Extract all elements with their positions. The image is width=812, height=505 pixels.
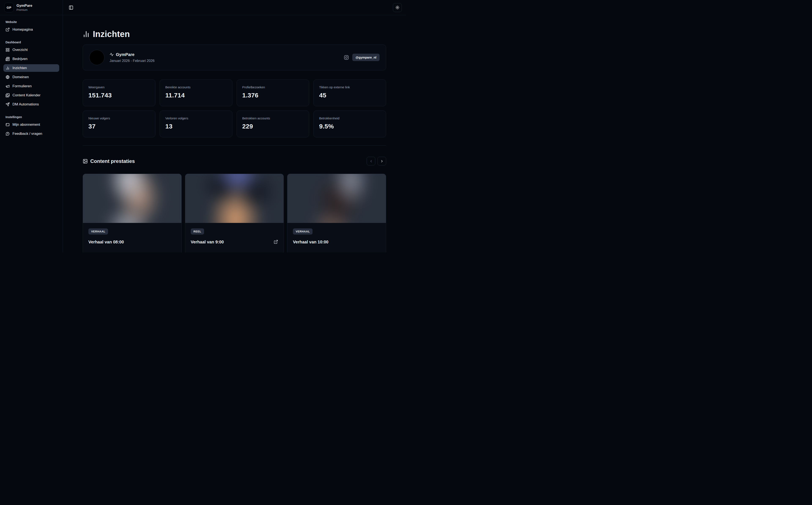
stat-value: 11.714: [165, 92, 227, 99]
brand-header: GP GymPare Premium: [0, 0, 62, 15]
topbar: [63, 0, 406, 15]
content-prestaties-header: Content prestaties: [83, 154, 386, 168]
app-window: GP GymPare Premium Website Homepagina Da…: [0, 0, 406, 252]
content-type-badge: VERHAAL: [293, 228, 312, 234]
sidebar-item-label: Homepagina: [12, 27, 33, 32]
sidebar-item-dm-automations[interactable]: DM Automations: [3, 101, 59, 108]
stats-grid: Weergaven 151.743 Bereikte accounts 11.7…: [83, 79, 386, 137]
stat-value: 1.376: [242, 92, 304, 99]
section-divider: [83, 145, 386, 146]
content-card-image: [287, 174, 386, 223]
wallet-icon: [5, 123, 10, 127]
stat-label: Weergaven: [89, 86, 150, 89]
stat-value: 13: [165, 123, 227, 130]
stat-card-bereikte-accounts: Bereikte accounts 11.714: [160, 79, 232, 106]
nav-section-dashboard: Dashboard Overzicht Bedrijven Inzichten …: [3, 40, 59, 108]
content-type-badge: VERHAAL: [89, 228, 108, 234]
sidebar-item-label: Bedrijven: [12, 57, 27, 61]
instagram-handle-badge[interactable]: @gympare_nl: [352, 54, 380, 61]
theme-toggle-button[interactable]: [393, 3, 402, 12]
sidebar-item-feedback-vragen[interactable]: Feedback / vragen: [3, 130, 59, 138]
stat-card-betrokkenheid: Betrokkenheid 9.5%: [313, 111, 386, 137]
carousel-next-button[interactable]: [378, 157, 386, 165]
content-cards: VERHAAL Verhaal van 08:00 ALGEMENE STATI…: [83, 174, 386, 252]
stat-card-verloren-volgers: Verloren volgers 13: [160, 111, 232, 137]
nav-section-label: Instellingen: [5, 115, 57, 119]
brand-plan: Premium: [16, 8, 32, 12]
page-title: Inzichten: [83, 29, 386, 39]
content-card-verhaal-1000[interactable]: VERHAAL Verhaal van 10:00 ALGEMENE STATI…: [287, 174, 386, 252]
sidebar-item-content-kalender[interactable]: Content Kalender: [3, 92, 59, 99]
layout-grid-icon: [5, 48, 10, 52]
sidebar-item-mijn-abonnement[interactable]: Mijn abonnement: [3, 121, 59, 129]
sidebar-item-label: Mijn abonnement: [12, 123, 40, 127]
images-icon: [5, 93, 10, 98]
external-link-icon: [274, 239, 278, 244]
brand-text: GymPare Premium: [16, 4, 32, 12]
nav-section-instellingen: Instellingen Mijn abonnement Feedback / …: [3, 115, 59, 138]
stat-label: Betrokken accounts: [242, 117, 304, 120]
sidebar-item-label: Overzicht: [12, 48, 28, 52]
sidebar-toggle-button[interactable]: [69, 5, 74, 10]
content-card-title: Verhaal van 10:00: [293, 239, 328, 244]
nav-section-label: Website: [5, 20, 57, 24]
sidebar-item-label: DM Automations: [12, 102, 39, 107]
sidebar: GP GymPare Premium Website Homepagina Da…: [0, 0, 63, 252]
sidebar-item-homepagina[interactable]: Homepagina: [3, 26, 59, 33]
content-card-verhaal-0900[interactable]: REEL Verhaal van 9:00 ALGEMENE STATISTIE…: [185, 174, 284, 252]
carousel-controls: [367, 157, 386, 165]
sun-icon: [395, 5, 400, 10]
profile-info: GymPare Januari 2026 - Februari 2026: [110, 52, 155, 63]
content-card-image: [83, 174, 181, 223]
profile-name: GymPare: [116, 52, 134, 57]
content-card-verhaal-0800[interactable]: VERHAAL Verhaal van 08:00 ALGEMENE STATI…: [83, 174, 182, 252]
carousel-prev-button[interactable]: [367, 157, 375, 165]
sidebar-item-overzicht[interactable]: Overzicht: [3, 46, 59, 54]
content-card-body: VERHAAL Verhaal van 10:00 ALGEMENE STATI…: [287, 223, 386, 252]
stat-label: Profielbezoeken: [242, 86, 304, 89]
content-card-title: Verhaal van 08:00: [89, 239, 124, 244]
nav-section-website: Website Homepagina: [3, 20, 59, 33]
send-icon: [5, 102, 10, 107]
nav-section-label: Dashboard: [5, 40, 57, 44]
brand-logo: GP: [4, 3, 14, 12]
content-card-body: VERHAAL Verhaal van 08:00 ALGEMENE STATI…: [83, 223, 181, 252]
sidebar-item-label: Formulieren: [12, 84, 32, 88]
stat-card-tikken-externe-link: Tikken op externe link 45: [313, 79, 386, 106]
content-type-badge: REEL: [191, 228, 204, 234]
newspaper-icon: [5, 57, 10, 61]
stat-value: 45: [319, 92, 380, 99]
help-chat-icon: [5, 132, 10, 136]
open-post-button[interactable]: [274, 239, 278, 245]
instagram-icon: [344, 55, 349, 60]
bar-chart-icon: [83, 31, 90, 38]
megaphone-icon: [5, 84, 10, 88]
sidebar-item-label: Feedback / vragen: [12, 132, 42, 136]
stat-card-betrokken-accounts: Betrokken accounts 229: [237, 111, 309, 137]
stat-card-weergaven: Weergaven 151.743: [83, 79, 155, 106]
sidebar-nav: Website Homepagina Dashboard Overzicht B…: [0, 15, 62, 144]
external-link-icon: [5, 27, 10, 32]
content-card-body: REEL Verhaal van 9:00 ALGEMENE STATISTIE…: [185, 223, 284, 252]
content-card-image: [185, 174, 284, 223]
stat-value: 9.5%: [319, 123, 380, 130]
sidebar-item-label: Content Kalender: [12, 93, 40, 98]
profile-social: @gympare_nl: [344, 54, 380, 61]
content-card-title: Verhaal van 9:00: [191, 239, 224, 244]
sidebar-item-label: Domeinen: [12, 75, 29, 79]
stat-label: Verloren volgers: [165, 117, 227, 120]
sidebar-item-formulieren[interactable]: Formulieren: [3, 82, 59, 90]
content-prestaties-title-text: Content prestaties: [90, 158, 135, 164]
chevron-right-icon: [380, 159, 384, 163]
profile-period: Januari 2026 - Februari 2026: [110, 59, 155, 63]
sidebar-item-domeinen[interactable]: Domeinen: [3, 73, 59, 81]
page-title-text: Inzichten: [93, 29, 130, 39]
stat-label: Tikken op externe link: [319, 86, 380, 89]
panel-left-icon: [69, 5, 74, 10]
sidebar-item-inzichten[interactable]: Inzichten: [3, 64, 59, 72]
content: Inzichten GymPare Januari 2026 - Februar…: [63, 15, 406, 252]
sidebar-item-bedrijven[interactable]: Bedrijven: [3, 55, 59, 63]
bar-chart-icon: [5, 66, 10, 70]
main-area: Inzichten GymPare Januari 2026 - Februar…: [63, 0, 406, 252]
content-card-title-row: Verhaal van 9:00: [191, 239, 278, 245]
